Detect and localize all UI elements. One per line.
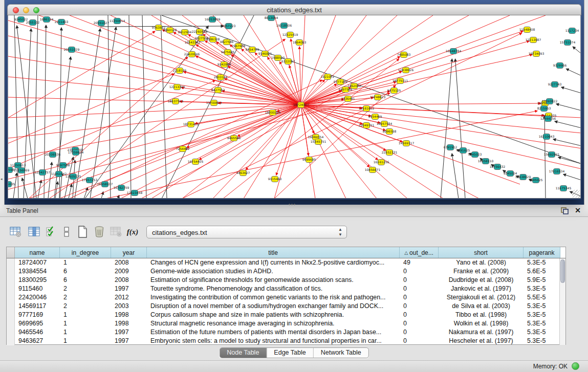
column-header-year[interactable]: year (111, 247, 147, 258)
window-titlebar[interactable]: citations_edges.txt (7, 4, 581, 15)
table-cell[interactable]: 5.3E-5 (524, 337, 560, 345)
float-panel-icon[interactable] (561, 207, 569, 214)
table-cell[interactable]: 1 (60, 319, 111, 328)
results-panel-collapsed-strip[interactable] (584, 0, 588, 205)
table-cell[interactable]: 2 (60, 285, 111, 293)
table-cell[interactable]: Hescheler et al. (1997) (439, 337, 524, 345)
network-view-window[interactable]: citations_edges.txt 97638228860128891293… (7, 4, 581, 200)
table-cell[interactable]: 5.5E-5 (524, 293, 560, 302)
table-cell[interactable]: 5.9E-5 (524, 276, 560, 285)
function-builder-icon[interactable]: f(x) (125, 224, 140, 239)
table-cell[interactable]: 2008 (111, 258, 147, 267)
table-cell[interactable]: 0 (400, 337, 439, 345)
table-cell[interactable]: 5.3E-5 (524, 258, 560, 267)
table-cell[interactable]: 1998 (111, 319, 147, 328)
table-cell[interactable]: 1997 (111, 285, 147, 293)
delete-column-icon[interactable] (92, 224, 107, 239)
table-mode-icon[interactable] (8, 224, 24, 239)
table-vertical-scrollbar[interactable] (559, 258, 565, 345)
tab-network-table[interactable]: Network Table (314, 348, 368, 358)
table-cell[interactable]: Yano et al. (2008) (439, 258, 524, 267)
column-header-outde[interactable]: △out_de... (400, 247, 439, 258)
column-header-name[interactable]: name (15, 247, 60, 258)
table-cell[interactable]: 2 (60, 293, 111, 302)
scrollbar-thumb[interactable] (560, 259, 565, 283)
table-cell[interactable]: Jankovic et al. (1997) (439, 285, 524, 293)
table-cell[interactable]: 5.3E-5 (524, 302, 560, 311)
tab-edge-table[interactable]: Edge Table (267, 348, 313, 358)
table-row[interactable]: 1872400712008Changes of HCN gene express… (7, 258, 565, 267)
table-cell[interactable]: 2008 (111, 276, 147, 285)
column-header-pagerank[interactable]: pagerank (524, 247, 560, 258)
table-cell[interactable]: 0 (400, 302, 439, 311)
table-cell[interactable]: 1 (60, 311, 111, 319)
table-cell[interactable]: Corpus callosum shape and size in male p… (147, 311, 400, 319)
table-cell[interactable]: 0 (400, 276, 439, 285)
table-cell[interactable]: 5.3E-5 (524, 319, 560, 328)
table-cell[interactable]: Genome-wide association studies in ADHD. (147, 267, 400, 276)
show-columns-icon[interactable] (27, 224, 42, 239)
table-cell[interactable]: 5.3E-5 (524, 285, 560, 293)
panel-expand-arrow-icon[interactable]: ◂ (1, 177, 3, 181)
table-cell[interactable]: 5.3E-5 (524, 328, 560, 337)
table-cell[interactable]: Embryonic stem cells: a model to study s… (147, 337, 400, 345)
table-cell[interactable]: 0 (400, 328, 439, 337)
table-select-dropdown[interactable]: citations_edges.txt ▲▼ (146, 226, 347, 238)
table-cell[interactable]: 1997 (111, 337, 147, 345)
table-cell[interactable]: 9115460 (15, 285, 60, 293)
table-cell[interactable]: Dudbridge et al. (2008) (439, 276, 524, 285)
column-header-short[interactable]: short (439, 247, 524, 258)
table-cell[interactable]: 14569117 (15, 302, 60, 311)
table-cell[interactable]: 5.6E-5 (524, 267, 560, 276)
table-row[interactable]: 1830029562008Estimation of significance … (7, 276, 565, 285)
table-cell[interactable]: Estimation of significance thresholds fo… (147, 276, 400, 285)
table-cell[interactable]: Franke et al. (2009) (439, 267, 524, 276)
control-panel-collapsed-strip[interactable]: ◂ (0, 0, 5, 205)
table-cell[interactable]: 9465546 (15, 328, 60, 337)
table-cell[interactable]: 6 (60, 267, 111, 276)
table-cell[interactable]: 9699695 (15, 319, 60, 328)
table-cell[interactable]: Changes of HCN gene expression and I(f) … (147, 258, 400, 267)
table-cell[interactable]: de Silva et al. (2003) (439, 302, 524, 311)
table-row[interactable]: 969969511998Structural magnetic resonanc… (7, 319, 565, 328)
table-cell[interactable]: 19384554 (15, 267, 60, 276)
window-resize-grip[interactable] (572, 190, 580, 198)
table-cell[interactable]: Stergiakouli et al. (2012) (439, 293, 524, 302)
table-cell[interactable]: 2012 (111, 293, 147, 302)
panel-splitter-handle[interactable] (288, 203, 296, 206)
memory-ok-led-icon[interactable] (572, 362, 579, 370)
table-cell[interactable]: 18724007 (15, 258, 60, 267)
table-cell[interactable]: 2 (60, 302, 111, 311)
table-cell[interactable]: Investigating the contribution of common… (147, 293, 400, 302)
table-row[interactable]: 946554611997Estimation of the future num… (7, 328, 565, 337)
table-cell[interactable]: 1 (60, 258, 111, 267)
table-cell[interactable]: 1 (60, 328, 111, 337)
table-cell[interactable]: 9463627 (15, 337, 60, 345)
table-cell[interactable]: Nakamura et al. (1997) (439, 328, 524, 337)
table-row[interactable]: 1456911722003Disruption of a novel membe… (7, 302, 565, 311)
column-header-indegree[interactable]: in_degree (60, 247, 111, 258)
table-row[interactable]: 911546021997Tourette syndrome. Phenomeno… (7, 285, 565, 293)
table-cell[interactable]: Structural magnetic resonance image aver… (147, 319, 400, 328)
table-cell[interactable]: 9777169 (15, 311, 60, 319)
close-panel-icon[interactable]: ✕ (575, 206, 581, 214)
table-cell[interactable]: 1 (60, 337, 111, 345)
table-cell[interactable]: Wolkin et al. (1998) (439, 319, 524, 328)
table-cell[interactable]: 22420046 (15, 293, 60, 302)
table-row[interactable]: 977716911998Corpus callosum shape and si… (7, 311, 565, 319)
table-cell[interactable]: 49 (400, 258, 439, 267)
table-row[interactable]: 1938455462009Genome-wide association stu… (7, 267, 565, 276)
table-cell[interactable]: Tourette syndrome. Phenomenology and cla… (147, 285, 400, 293)
table-cell[interactable]: 2009 (111, 267, 147, 276)
table-cell[interactable]: Estimation of the future numbers of pati… (147, 328, 400, 337)
row-height-icon[interactable] (59, 224, 74, 239)
network-canvas[interactable]: 9763822886012889129342226053898275081654… (8, 15, 581, 199)
table-cell[interactable]: 0 (400, 285, 439, 293)
table-cell[interactable]: 2003 (111, 302, 147, 311)
table-row[interactable]: 2242004622012Investigating the contribut… (7, 293, 565, 302)
table-cell[interactable]: 1998 (111, 311, 147, 319)
table-cell[interactable]: 18300295 (15, 276, 60, 285)
column-header-title[interactable]: title (147, 247, 400, 258)
table-row[interactable]: 946362711997Embryonic stem cells: a mode… (7, 337, 565, 345)
table-cell[interactable]: 5.3E-5 (524, 311, 560, 319)
